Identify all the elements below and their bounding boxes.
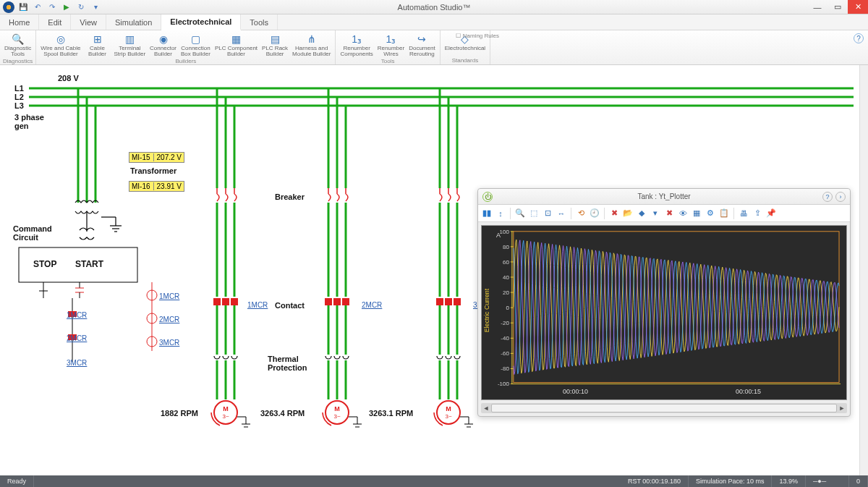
plotter-power-icon[interactable]: ⏻	[482, 192, 493, 202]
mcr1-link[interactable]: 1MCR	[67, 311, 87, 319]
zoom-x-icon[interactable]: ↔	[556, 208, 567, 219]
delete-icon[interactable]: ✖	[608, 208, 620, 219]
ribbon: 🔍Diagnostic Tools Diagnostics ◎Wire and …	[0, 30, 868, 65]
naming-rules-checkbox[interactable]: ☐Naming Rules	[456, 33, 499, 39]
gen-label: 3 phase gen	[14, 113, 44, 130]
tab-simulation[interactable]: Simulation	[106, 14, 161, 30]
connector-builder-button[interactable]: ◉Connector Builder	[148, 32, 178, 58]
minimize-button[interactable]: —	[807, 0, 827, 14]
harness-module-builder-button[interactable]: ⋔Harness and Module Builder	[291, 32, 332, 58]
scroll-right-icon[interactable]: ►	[837, 403, 847, 413]
export-icon[interactable]: ⇪	[752, 208, 763, 219]
plc-component-builder-button[interactable]: ▦PLC Component Builder	[213, 32, 259, 58]
svg-rect-63	[445, 298, 452, 305]
wire-cable-spool-builder-button[interactable]: ◎Wire and Cable Spool Builder	[39, 32, 82, 58]
svg-text:0: 0	[506, 305, 509, 311]
tab-edit[interactable]: Edit	[39, 14, 71, 30]
svg-text:A: A	[496, 232, 501, 239]
clock-icon[interactable]: 🕘	[589, 208, 600, 219]
mcr3-link[interactable]: 3MCR	[67, 359, 87, 367]
mcr2-link[interactable]: 2MCR	[67, 334, 87, 342]
zoom-area-icon[interactable]: ⬚	[528, 208, 540, 219]
contact2-link[interactable]: 2MCR	[362, 301, 382, 309]
svg-point-27	[214, 401, 237, 424]
checkbox-icon: ☐	[456, 33, 461, 39]
plc-component-icon: ▦	[229, 33, 244, 46]
scroll-thumb[interactable]	[491, 404, 837, 412]
reset-icon[interactable]: ⟲	[575, 208, 587, 219]
renumber-components-icon: 1₃	[349, 33, 364, 46]
print-icon[interactable]: 🖶	[738, 208, 749, 219]
connector-icon: ◉	[156, 33, 171, 46]
svg-text:60: 60	[503, 259, 509, 266]
restore-button[interactable]: ▭	[827, 0, 848, 14]
grid-icon[interactable]: ▦	[691, 208, 702, 219]
coil2-link[interactable]: 2MCR	[159, 316, 179, 323]
vertical-scrollbar[interactable]	[859, 65, 868, 475]
qat-refresh-icon[interactable]: ↻	[75, 1, 87, 13]
spool-icon: ◎	[54, 33, 68, 46]
plotter-toolbar: ▮▮ ↕ 🔍 ⬚ ⊡ ↔ ⟲ 🕘 ✖ 📂 ◆ ▾ ✖ 👁 ▦ ⚙ 📋 🖶 ⇪ 📌	[478, 205, 850, 222]
title-bar: 💾 ↶ ↷ ▶ ↻ ▾ Automation Studio™ — ▭ ✕	[0, 0, 868, 14]
settings-icon[interactable]: ⚙	[705, 208, 716, 219]
cursor-icon[interactable]: ↕	[495, 208, 506, 219]
mi15-readout: MI-15207.2 V	[129, 152, 184, 163]
help-button[interactable]: ?	[854, 33, 864, 43]
svg-rect-41	[333, 298, 341, 305]
plc-rack-builder-button[interactable]: ▤PLC Rack Builder	[260, 32, 289, 58]
plotter-help-icon[interactable]: ?	[822, 192, 833, 202]
diagnostic-tools-button[interactable]: 🔍Diagnostic Tools	[3, 32, 33, 58]
coil1-link[interactable]: 1MCR	[159, 292, 179, 300]
qat-undo-icon[interactable]: ↶	[32, 1, 43, 13]
terminal-strip-builder-button[interactable]: ▥Terminal Strip Builder	[113, 32, 148, 58]
copy-icon[interactable]: 📋	[718, 208, 730, 219]
qat-redo-icon[interactable]: ↷	[46, 1, 58, 13]
qat-save-icon[interactable]: 💾	[17, 1, 29, 13]
eye-icon[interactable]: 👁	[677, 208, 689, 219]
zoom-in-icon[interactable]: 🔍	[514, 208, 526, 219]
tab-home[interactable]: Home	[0, 14, 39, 30]
connection-box-builder-button[interactable]: ▢Connection Box Builder	[179, 32, 212, 58]
plotter-next-icon[interactable]: ›	[835, 192, 846, 202]
renumber-wires-button[interactable]: 1₃Renumber Wires	[376, 32, 406, 58]
ribbon-group-builders: ◎Wire and Cable Spool Builder ⊞Cable Bui…	[36, 30, 336, 64]
qat-play-icon[interactable]: ▶	[61, 1, 72, 13]
tab-view[interactable]: View	[71, 14, 106, 30]
app-title: Automation Studio™	[398, 3, 471, 12]
renumber-components-button[interactable]: 1₃Renumber Components	[339, 32, 374, 58]
close-button[interactable]: ✕	[848, 0, 868, 14]
ribbon-group-tools: 1₃Renumber Components 1₃Renumber Wires ↪…	[336, 30, 440, 64]
zoom-fit-icon[interactable]: ⊡	[542, 208, 553, 219]
plot-area[interactable]: 100806040200-20-40-60-80-100 Electric Cu…	[481, 225, 847, 400]
coil3-link[interactable]: 3MCR	[159, 339, 179, 347]
svg-text:3~: 3~	[445, 413, 451, 420]
tab-tools[interactable]: Tools	[241, 14, 278, 30]
connection-box-icon: ▢	[188, 33, 203, 46]
qat-dropdown-icon[interactable]: ▾	[90, 1, 101, 13]
svg-text:3~: 3~	[222, 413, 229, 420]
app-logo-icon[interactable]	[3, 1, 14, 13]
svg-text:00:00:15: 00:00:15	[736, 388, 761, 395]
status-rst: RST 00:00:19.180	[621, 475, 689, 487]
folder-icon[interactable]: 📂	[622, 208, 634, 219]
clear-icon[interactable]: ✖	[663, 208, 675, 219]
pin-icon[interactable]: 📌	[765, 208, 777, 219]
svg-text:3~: 3~	[333, 413, 340, 420]
plotter-titlebar[interactable]: ⏻ Tank : Yt_Plotter ? ›	[478, 189, 850, 205]
svg-text:00:00:10: 00:00:10	[563, 388, 588, 395]
cable-builder-button[interactable]: ⊞Cable Builder	[84, 32, 111, 58]
svg-text:40: 40	[503, 274, 509, 281]
svg-text:Electric Current: Electric Current	[483, 288, 490, 332]
status-zoom[interactable]: 13.9%	[772, 475, 806, 487]
tag-icon[interactable]: ◆	[636, 208, 647, 219]
plotter-scrollbar[interactable]: ◄ ►	[481, 403, 847, 413]
pause-icon[interactable]: ▮▮	[481, 208, 493, 219]
scroll-left-icon[interactable]: ◄	[481, 403, 491, 413]
document-rerouting-button[interactable]: ↪Document Rerouting	[407, 32, 436, 58]
dropdown1-icon[interactable]: ▾	[650, 208, 661, 219]
status-slider[interactable]: ─●─	[806, 475, 849, 487]
contact1-link[interactable]: 1MCR	[247, 301, 268, 309]
tab-electrotechnical[interactable]: Electrotechnical	[161, 14, 241, 30]
plotter-window[interactable]: ⏻ Tank : Yt_Plotter ? › ▮▮ ↕ 🔍 ⬚ ⊡ ↔ ⟲ 🕘…	[477, 188, 851, 417]
status-pos: 0	[849, 475, 868, 487]
